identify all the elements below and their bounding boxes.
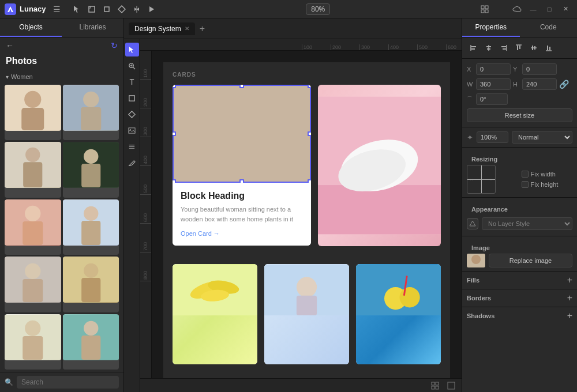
align-left-btn[interactable] (467, 41, 481, 55)
image-tool[interactable] (125, 123, 139, 137)
pen-tool[interactable] (125, 156, 139, 169)
top-bar-right: — □ ✕ (478, 2, 572, 16)
lock-proportions-icon[interactable]: 🔗 (559, 80, 569, 89)
photo-item[interactable] (63, 314, 119, 370)
svg-rect-19 (81, 107, 101, 130)
svg-rect-82 (432, 382, 434, 385)
crop-tool[interactable] (100, 2, 114, 16)
select-tool[interactable] (70, 2, 84, 16)
mirror-tool[interactable] (130, 2, 144, 16)
pointer-tool[interactable] (125, 43, 139, 56)
image-section: Image Replace image (462, 236, 577, 272)
opacity-input[interactable] (477, 131, 508, 143)
text-tool[interactable] (125, 75, 139, 89)
align-top-btn[interactable] (512, 41, 526, 55)
close-icon[interactable]: ✕ (559, 2, 572, 16)
w-input[interactable] (476, 78, 511, 90)
photo-item[interactable] (5, 199, 61, 255)
small-card-bananas[interactable]: 2 hours ago Banana Peels Over Blue Backg… (173, 264, 257, 364)
theme-icon[interactable] (494, 2, 508, 16)
y-input[interactable] (522, 63, 557, 75)
zoom-tool[interactable] (125, 59, 139, 73)
blend-mode-select[interactable]: Normal Multiply Screen Overlay (512, 131, 572, 144)
add-fill-button[interactable]: + (567, 275, 572, 285)
frame-tool[interactable] (85, 2, 99, 16)
canvas-tab-design-system[interactable]: Design System ✕ (129, 22, 195, 35)
svg-point-21 (25, 148, 40, 162)
zoom-level[interactable]: 80% (306, 3, 330, 15)
align-center-h-btn[interactable] (482, 41, 496, 55)
svg-rect-83 (436, 382, 439, 385)
tab-code[interactable]: Code (520, 18, 578, 37)
refresh-icon[interactable]: ↻ (111, 41, 118, 50)
svg-rect-60 (173, 85, 311, 183)
add-border-button[interactable]: + (567, 293, 572, 303)
svg-point-54 (130, 129, 131, 130)
component-tool[interactable] (115, 2, 129, 16)
x-input[interactable] (476, 63, 511, 75)
tab-close-icon[interactable]: ✕ (185, 25, 189, 32)
small-card-lemons[interactable]: 5 hours ago Freshly Squeezed Lemon Juice… (356, 264, 441, 364)
photo-item[interactable] (63, 142, 119, 197)
add-shadow-button[interactable]: + (567, 311, 572, 321)
app-logo: Lunacy (5, 3, 46, 15)
align-right-btn[interactable] (497, 41, 511, 55)
svg-rect-84 (432, 386, 434, 389)
photo-item[interactable] (63, 199, 119, 255)
layer-style-select[interactable]: No Layer Style (482, 217, 572, 230)
app-icon (5, 3, 16, 15)
photo-item[interactable] (5, 142, 61, 197)
minimize-icon[interactable]: — (526, 2, 540, 16)
rotate-tool[interactable] (125, 107, 139, 121)
small-card-kid-cat[interactable]: 4 hours ago Little Kid Girl In Blue Dres… (264, 264, 349, 364)
photo-item[interactable] (63, 85, 119, 140)
tab-libraries[interactable]: Libraries (62, 18, 123, 37)
women-section-header[interactable]: ▾ Women (0, 71, 123, 82)
search-input[interactable] (17, 376, 119, 389)
expand-toggle[interactable] (445, 380, 457, 391)
canvas-bottom (140, 378, 462, 392)
grid-icon[interactable] (478, 2, 492, 16)
align-bottom-btn[interactable] (542, 41, 556, 55)
maximize-icon[interactable]: □ (542, 2, 556, 16)
canvas-left-toolbar (124, 39, 140, 392)
photo-item[interactable] (5, 85, 61, 140)
tab-add-icon[interactable]: + (200, 24, 205, 34)
menu-icon[interactable]: ☰ (53, 5, 61, 14)
component-tool-left[interactable] (125, 140, 139, 153)
tab-objects[interactable]: Objects (0, 18, 62, 37)
fix-height-checkbox[interactable] (522, 181, 529, 188)
photo-item[interactable] (5, 314, 61, 370)
appearance-title: Appearance (467, 201, 572, 215)
fix-width-checkbox[interactable] (522, 171, 529, 178)
play-tool[interactable] (145, 2, 159, 16)
svg-rect-61 (173, 131, 311, 183)
svg-rect-85 (436, 386, 439, 389)
resizing-title: Resizing (467, 151, 572, 165)
svg-rect-89 (471, 48, 475, 50)
main-card-link[interactable]: Open Card → (181, 230, 220, 237)
tab-properties[interactable]: Properties (462, 18, 520, 37)
fills-section: Fills + (462, 272, 577, 289)
photo-item[interactable] (63, 257, 119, 312)
h-input[interactable] (522, 78, 557, 90)
position-size-section: X Y W H 🔗 ⌒ Reset size (462, 59, 577, 127)
svg-rect-16 (21, 108, 44, 130)
shoes-card[interactable] (318, 85, 441, 255)
opacity-icon: ✦ (467, 133, 473, 142)
replace-image-button[interactable]: Replace image (489, 254, 572, 267)
main-card[interactable]: Block Heading Young beautiful woman sitt… (173, 85, 311, 246)
reset-size-button[interactable]: Reset size (467, 108, 572, 122)
back-arrow-icon[interactable]: ← (6, 41, 14, 50)
angle-input[interactable] (476, 93, 508, 105)
align-middle-btn[interactable] (527, 41, 541, 55)
main-card-image[interactable] (173, 85, 311, 183)
svg-rect-91 (486, 46, 491, 47)
rectangle-tool[interactable] (125, 91, 139, 105)
fix-width-row: Fix width (522, 171, 573, 178)
cloud-icon[interactable] (510, 2, 524, 16)
w-label: W (467, 81, 474, 88)
grid-toggle[interactable] (429, 380, 441, 391)
photo-item[interactable] (5, 257, 61, 312)
canvas-viewport[interactable]: CARDS (152, 51, 462, 378)
